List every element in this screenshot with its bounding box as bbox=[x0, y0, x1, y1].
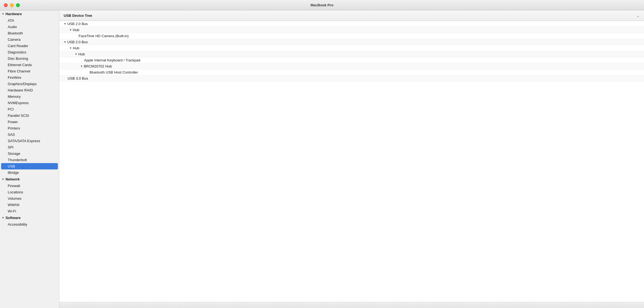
sidebar-item-audio[interactable]: Audio bbox=[0, 24, 59, 30]
tree-node-label: Apple Internal Keyboard / Trackpad bbox=[84, 58, 140, 62]
tree-row[interactable]: FaceTime HD Camera (Built-in) bbox=[59, 33, 644, 39]
sidebar-item-firewire[interactable]: FireWire bbox=[0, 74, 59, 81]
sidebar-item-graphics-displays[interactable]: Graphics/Displays bbox=[0, 81, 59, 87]
window-title: MacBook Pro bbox=[310, 3, 333, 7]
tree-row[interactable]: ▼BRCM20702 Hub bbox=[59, 63, 644, 69]
sidebar-item-power[interactable]: Power bbox=[0, 119, 59, 125]
tree-row[interactable]: ▼Hub bbox=[59, 45, 644, 51]
tree-node-label: USB 3.0 Bus bbox=[68, 76, 88, 80]
tree-node-label: USB 2.0 Bus bbox=[67, 22, 88, 26]
content-header: USB Device Tree ⌄ bbox=[59, 10, 644, 21]
tree-node-label: BRCM20702 Hub bbox=[84, 64, 112, 68]
tree-node-label: Bluetooth USB Host Controller bbox=[90, 70, 138, 74]
sidebar-item-spi[interactable]: SPI bbox=[0, 144, 59, 150]
tree-row[interactable]: Apple Internal Keyboard / Trackpad bbox=[59, 57, 644, 63]
close-button[interactable] bbox=[4, 3, 8, 7]
titlebar: MacBook Pro bbox=[0, 0, 644, 10]
sidebar-item-memory[interactable]: Memory bbox=[0, 93, 59, 100]
sidebar-item-hardware-raid[interactable]: Hardware RAID bbox=[0, 87, 59, 93]
sidebar-item-parallel-scsi[interactable]: Parallel SCSI bbox=[0, 112, 59, 119]
tree-row[interactable]: ▼USB 2.0 Bus bbox=[59, 21, 644, 27]
sidebar-item-ata[interactable]: ATA bbox=[0, 17, 59, 24]
tree-arrow-icon: ▼ bbox=[69, 47, 72, 50]
sidebar-item-ethernet-cards[interactable]: Ethernet Cards bbox=[0, 62, 59, 68]
tree-row[interactable]: ▼Hub bbox=[59, 27, 644, 33]
section-arrow: ▼ bbox=[2, 216, 4, 219]
tree-node-label: USB 2.0 Bus bbox=[67, 40, 88, 44]
sidebar-item-diagnostics[interactable]: Diagnostics bbox=[0, 49, 59, 55]
sidebar-item-firewall[interactable]: Firewall bbox=[0, 183, 59, 189]
sidebar-item-camera[interactable]: Camera bbox=[0, 36, 59, 43]
tree-arrow-icon: ▼ bbox=[75, 53, 77, 56]
tree-node-label: Hub bbox=[73, 28, 79, 32]
sidebar-item-accessibility[interactable]: Accessibility bbox=[0, 221, 59, 228]
sidebar-item-wwan[interactable]: WWAN bbox=[0, 202, 59, 208]
tree-arrow-icon: ▼ bbox=[64, 22, 66, 25]
maximize-button[interactable] bbox=[16, 3, 20, 7]
sidebar-item-sas[interactable]: SAS bbox=[0, 131, 59, 138]
sidebar-item-thunderbolt[interactable]: Thunderbolt bbox=[0, 157, 59, 163]
sidebar-section-software[interactable]: ▼Software bbox=[0, 214, 59, 221]
sidebar-item-printers[interactable]: Printers bbox=[0, 125, 59, 131]
tree-node-label: FaceTime HD Camera (Built-in) bbox=[79, 34, 129, 38]
sidebar-item-disc-burning[interactable]: Disc Burning bbox=[0, 55, 59, 62]
sidebar-item-storage[interactable]: Storage bbox=[0, 150, 59, 157]
bottom-bar bbox=[59, 302, 644, 308]
tree-row[interactable]: ▼USB 2.0 Bus bbox=[59, 39, 644, 45]
content-header-title: USB Device Tree bbox=[64, 13, 92, 18]
sidebar-item-nvmexpress[interactable]: NVMExpress bbox=[0, 100, 59, 106]
sidebar-item-sata-sata-express[interactable]: SATA/SATA Express bbox=[0, 138, 59, 144]
section-arrow: ▼ bbox=[2, 12, 4, 15]
tree-arrow-icon: ▼ bbox=[80, 65, 83, 68]
sidebar-item-volumes[interactable]: Volumes bbox=[0, 195, 59, 202]
tree-row[interactable]: USB 3.0 Bus bbox=[59, 75, 644, 82]
tree-row[interactable]: ▼Hub bbox=[59, 51, 644, 57]
tree-container[interactable]: ▼USB 2.0 Bus▼HubFaceTime HD Camera (Buil… bbox=[59, 21, 644, 302]
sidebar-item-usb[interactable]: USB bbox=[1, 163, 58, 169]
sidebar-item-fibre-channel[interactable]: Fibre Channel bbox=[0, 68, 59, 74]
sidebar-item-locations[interactable]: Locations bbox=[0, 189, 59, 195]
section-arrow: ▼ bbox=[2, 178, 4, 181]
sidebar-item-ibridge[interactable]: iBridge bbox=[0, 169, 59, 176]
sidebar-item-wi-fi[interactable]: Wi-Fi bbox=[0, 208, 59, 214]
tree-row[interactable]: Bluetooth USB Host Controller bbox=[59, 69, 644, 75]
minimize-button[interactable] bbox=[10, 3, 14, 7]
tree-node-label: Hub bbox=[78, 52, 85, 56]
sidebar-item-bluetooth[interactable]: Bluetooth bbox=[0, 30, 59, 36]
collapse-icon[interactable]: ⌄ bbox=[636, 13, 640, 18]
tree-arrow-icon: ▼ bbox=[69, 28, 72, 31]
content-area: USB Device Tree ⌄ ▼USB 2.0 Bus▼HubFaceTi… bbox=[59, 10, 644, 308]
tree-node-label: Hub bbox=[73, 46, 79, 50]
tree-arrow-icon: ▼ bbox=[64, 40, 66, 44]
traffic-lights bbox=[4, 3, 20, 7]
sidebar-item-card-reader[interactable]: Card Reader bbox=[0, 43, 59, 49]
sidebar: ▼HardwareATAAudioBluetoothCameraCard Rea… bbox=[0, 10, 59, 308]
sidebar-section-network[interactable]: ▼Network bbox=[0, 176, 59, 183]
app-window: ▼HardwareATAAudioBluetoothCameraCard Rea… bbox=[0, 10, 644, 308]
sidebar-section-hardware[interactable]: ▼Hardware bbox=[0, 10, 59, 17]
sidebar-item-pci[interactable]: PCI bbox=[0, 106, 59, 112]
